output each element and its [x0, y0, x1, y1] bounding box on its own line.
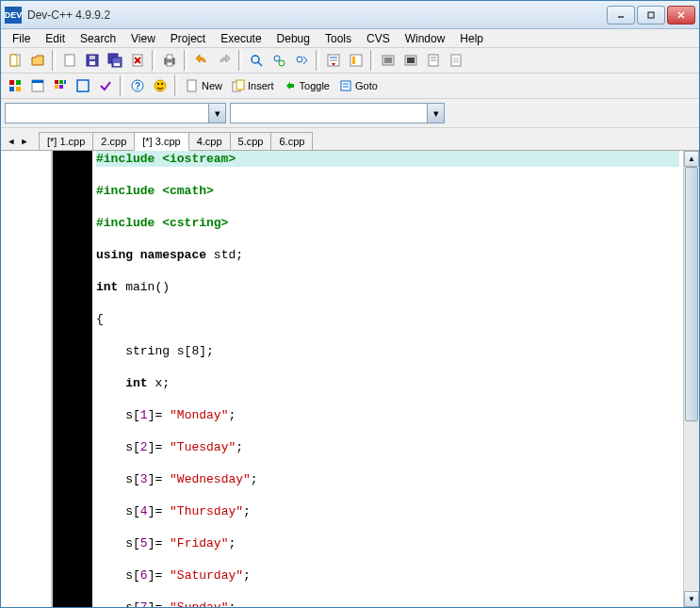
menu-file[interactable]: File	[5, 30, 38, 47]
tab-6cpp[interactable]: 6.cpp	[270, 132, 313, 150]
svg-rect-37	[9, 80, 14, 85]
compile-icon[interactable]	[378, 50, 399, 71]
print-icon[interactable]	[159, 50, 180, 71]
menu-cvs[interactable]: CVS	[359, 30, 398, 47]
code-line[interactable]: int main()	[96, 279, 679, 295]
tab-2cpp[interactable]: 2.cpp	[92, 132, 135, 150]
code-line[interactable]: s[7]= "Sunday";	[96, 600, 679, 607]
svg-point-22	[297, 57, 302, 62]
svg-rect-47	[59, 85, 63, 89]
scroll-up-icon[interactable]: ▲	[684, 151, 699, 167]
code-line[interactable]: s[6]= "Saturday";	[96, 567, 679, 583]
class-combo[interactable]: ▾	[5, 103, 226, 123]
separator	[238, 50, 242, 71]
svg-point-21	[279, 60, 285, 66]
menu-project[interactable]: Project	[163, 30, 213, 47]
menu-help[interactable]: Help	[452, 30, 491, 47]
goto-bookmark-icon[interactable]	[346, 50, 366, 71]
separator	[184, 50, 187, 71]
compile-run-icon[interactable]	[423, 50, 444, 71]
code-line[interactable]: s[5]= "Friday";	[96, 535, 679, 551]
tab-1cpp[interactable]: [*] 1.cpp	[39, 132, 93, 150]
close-file-icon[interactable]	[127, 50, 148, 71]
menu-execute[interactable]: Execute	[213, 30, 269, 47]
tab-5cpp[interactable]: 5.cpp	[230, 132, 272, 150]
save-icon[interactable]	[82, 50, 103, 71]
svg-rect-42	[32, 80, 43, 83]
code-line[interactable]: #include <cmath>	[96, 183, 679, 199]
tab-scroll-right[interactable]: ►	[18, 133, 31, 150]
titlebar: DEV Dev-C++ 4.9.9.2	[1, 1, 699, 29]
menu-debug[interactable]: Debug	[269, 30, 317, 47]
find-next-icon[interactable]	[291, 50, 312, 71]
tab-4cpp[interactable]: 4.cpp	[188, 132, 231, 150]
app-icon: DEV	[5, 7, 22, 24]
check-icon[interactable]	[95, 75, 116, 96]
new-file-icon[interactable]	[59, 50, 80, 71]
code-line[interactable]: using namespace std;	[96, 247, 679, 263]
code-line[interactable]: #include <cstring>	[96, 215, 679, 231]
goto-line-icon[interactable]	[323, 50, 344, 71]
svg-rect-27	[352, 57, 355, 64]
menu-edit[interactable]: Edit	[38, 30, 73, 47]
scroll-thumb[interactable]	[685, 167, 698, 421]
rebuild-icon[interactable]	[446, 50, 466, 71]
menu-search[interactable]: Search	[73, 30, 123, 47]
insert-button[interactable]: Insert	[228, 75, 278, 96]
svg-rect-8	[90, 56, 95, 59]
fullscreen-icon[interactable]	[73, 75, 93, 96]
menu-window[interactable]: Window	[398, 30, 453, 47]
minimize-button[interactable]	[607, 6, 635, 25]
svg-point-20	[274, 56, 280, 61]
svg-line-19	[258, 62, 262, 66]
vertical-scrollbar[interactable]: ▲ ▼	[683, 151, 699, 607]
code-line[interactable]: string s[8];	[96, 343, 679, 359]
help-icon[interactable]: ?	[127, 75, 148, 96]
undo-icon[interactable]	[191, 50, 212, 71]
toggle-button[interactable]: Toggle	[280, 75, 334, 96]
tab-scroll-left[interactable]: ◄	[5, 133, 18, 150]
run-icon[interactable]	[400, 50, 421, 71]
window-buttons	[607, 6, 695, 25]
svg-rect-29	[384, 58, 392, 63]
close-button[interactable]	[667, 6, 695, 25]
toolbar-main	[1, 48, 699, 74]
dropdown-icon[interactable]: ▾	[208, 104, 225, 123]
menu-tools[interactable]: Tools	[317, 30, 359, 47]
new-button[interactable]: New	[182, 75, 226, 96]
window-icon[interactable]	[27, 75, 48, 96]
code-editor[interactable]: #include <iostream> #include <cmath> #in…	[92, 151, 683, 607]
code-line[interactable]: #include <iostream>	[96, 151, 679, 167]
redo-icon[interactable]	[214, 50, 235, 71]
find-icon[interactable]	[246, 50, 267, 71]
grid4-icon[interactable]	[5, 75, 25, 96]
maximize-button[interactable]	[637, 6, 665, 25]
scroll-track[interactable]	[684, 167, 699, 591]
function-combo[interactable]: ▾	[230, 103, 445, 123]
separator	[152, 50, 155, 71]
menu-view[interactable]: View	[123, 30, 163, 47]
about-icon[interactable]	[150, 75, 171, 96]
dropdown-icon[interactable]: ▾	[427, 104, 444, 123]
svg-rect-46	[55, 85, 58, 89]
code-line[interactable]: {	[96, 311, 679, 327]
code-line[interactable]: s[4]= "Thursday";	[96, 503, 679, 519]
combo-row: ▾ ▾	[1, 99, 699, 128]
code-line[interactable]: s[2]= "Tuesday";	[96, 439, 679, 455]
code-line[interactable]: int x;	[96, 375, 679, 391]
class-browser-panel[interactable]	[1, 151, 53, 607]
replace-icon[interactable]	[269, 50, 289, 71]
goto-button[interactable]: Goto	[335, 75, 382, 96]
window-title: Dev-C++ 4.9.9.2	[27, 8, 607, 22]
code-line[interactable]: s[3]= "Wednesday";	[96, 471, 679, 487]
save-all-icon[interactable]	[105, 50, 125, 71]
new-source-icon[interactable]	[5, 50, 25, 71]
code-line[interactable]: s[1]= "Monday";	[96, 407, 679, 423]
svg-point-53	[161, 83, 163, 85]
open-project-icon[interactable]	[27, 50, 48, 71]
svg-point-51	[155, 80, 166, 91]
tab-3cpp[interactable]: [*] 3.cpp	[134, 132, 188, 151]
svg-rect-7	[90, 61, 95, 65]
scroll-down-icon[interactable]: ▼	[684, 591, 699, 607]
grid-colored-icon[interactable]	[50, 75, 71, 96]
